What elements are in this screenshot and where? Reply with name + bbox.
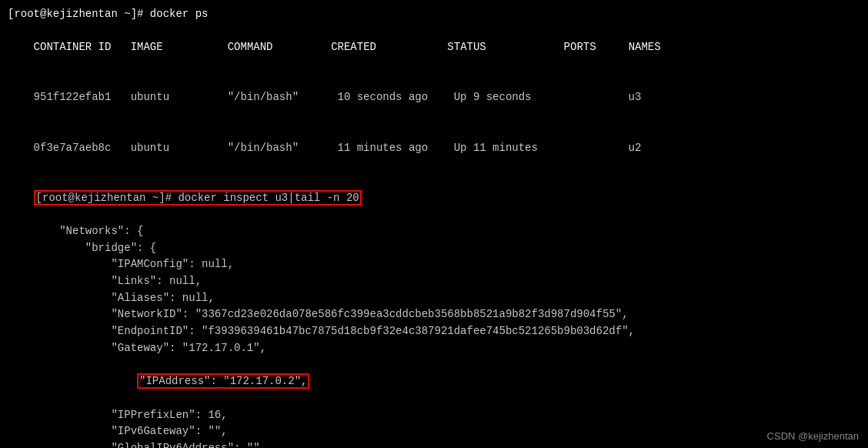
line-gateway: "Gateway": "172.17.0.1", [8,340,860,357]
watermark: CSDN @kejizhentan [767,430,859,442]
line-links: "Links": null, [8,273,860,290]
line-cmd1: [root@kejizhentan ~]# docker ps [8,6,860,23]
line-ipaddress: "IPAddress": "172.17.0.2", [8,356,860,406]
line-networkid: "NetworkID": "3367cd23e026da078e586fc399… [8,306,860,323]
col-container-id: CONTAINER ID [34,41,112,53]
line-networks: "Networks": { [8,223,860,240]
ipaddress-redbox: "IPAddress": "172.17.0.2", [137,373,309,389]
cmd2-redbox: [root@kejizhentan ~]# docker inspect u3|… [34,190,362,206]
line-ipv6gateway: "IPv6Gateway": "", [8,423,860,440]
line-globalipv6: "GlobalIPv6Address": "", [8,440,860,448]
line-aliases: "Aliases": null, [8,290,860,307]
line-row1: 951f122efab1 ubuntu "/bin/bash" 10 secon… [8,73,860,123]
line-ipam: "IPAMConfig": null, [8,256,860,273]
terminal: [root@kejizhentan ~]# docker ps CONTAINE… [0,0,868,448]
line-endpointid: "EndpointID": "f3939639461b47bc7875d18cb… [8,323,860,340]
line-bridge: "bridge": { [8,240,860,257]
line-header: CONTAINER ID IMAGE COMMAND CREATED STATU… [8,23,860,73]
line-row2: 0f3e7a7aeb8c ubuntu "/bin/bash" 11 minut… [8,123,860,173]
line-cmd2: [root@kejizhentan ~]# docker inspect u3|… [8,173,860,223]
line-ipprefixlen: "IPPrefixLen": 16, [8,407,860,424]
